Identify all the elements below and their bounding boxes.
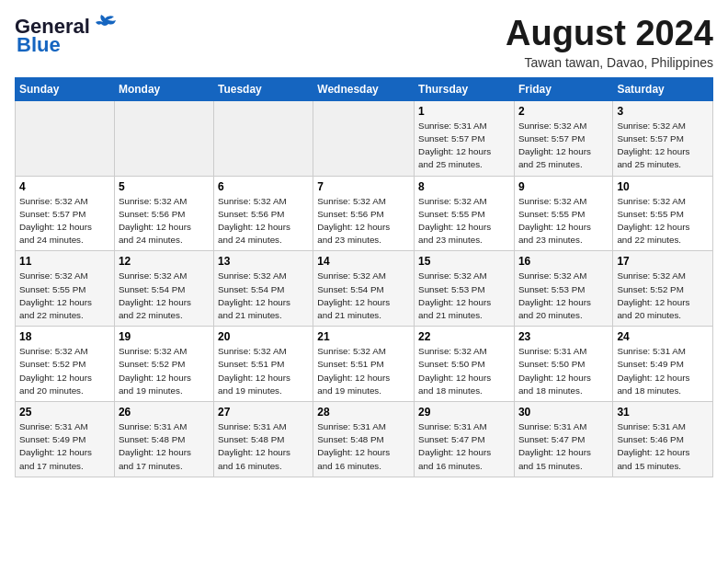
day-number: 3 xyxy=(617,105,709,118)
calendar-cell: 15Sunrise: 5:32 AM Sunset: 5:53 PM Dayli… xyxy=(415,251,515,327)
location-subtitle: Tawan tawan, Davao, Philippines xyxy=(506,55,713,70)
day-info: Sunrise: 5:32 AM Sunset: 5:55 PM Dayligh… xyxy=(19,270,110,322)
day-number: 2 xyxy=(518,105,609,118)
calendar-cell: 31Sunrise: 5:31 AM Sunset: 5:46 PM Dayli… xyxy=(613,402,713,477)
day-info: Sunrise: 5:31 AM Sunset: 5:46 PM Dayligh… xyxy=(617,420,709,473)
day-number: 10 xyxy=(617,180,709,193)
day-number: 31 xyxy=(617,406,709,419)
calendar-cell: 5Sunrise: 5:32 AM Sunset: 5:56 PM Daylig… xyxy=(114,176,213,251)
day-number: 23 xyxy=(518,330,609,343)
weekday-header-monday: Monday xyxy=(114,77,213,100)
day-info: Sunrise: 5:32 AM Sunset: 5:51 PM Dayligh… xyxy=(218,345,309,397)
day-info: Sunrise: 5:32 AM Sunset: 5:53 PM Dayligh… xyxy=(518,270,609,322)
day-number: 28 xyxy=(317,406,410,419)
day-info: Sunrise: 5:32 AM Sunset: 5:56 PM Dayligh… xyxy=(317,195,410,247)
day-info: Sunrise: 5:32 AM Sunset: 5:53 PM Dayligh… xyxy=(418,270,510,322)
day-info: Sunrise: 5:32 AM Sunset: 5:52 PM Dayligh… xyxy=(617,270,709,322)
day-number: 21 xyxy=(317,330,410,343)
weekday-header-sunday: Sunday xyxy=(16,77,115,100)
day-info: Sunrise: 5:32 AM Sunset: 5:52 PM Dayligh… xyxy=(19,345,110,397)
weekday-header-tuesday: Tuesday xyxy=(213,77,313,100)
weekday-header-wednesday: Wednesday xyxy=(313,77,415,100)
calendar-week-row: 25Sunrise: 5:31 AM Sunset: 5:49 PM Dayli… xyxy=(16,402,713,477)
day-info: Sunrise: 5:31 AM Sunset: 5:47 PM Dayligh… xyxy=(518,420,609,473)
day-info: Sunrise: 5:32 AM Sunset: 5:51 PM Dayligh… xyxy=(317,345,410,397)
page-header: General Blue August 2024 Tawan tawan, Da… xyxy=(15,15,713,70)
day-number: 25 xyxy=(19,406,110,419)
calendar-cell xyxy=(313,100,415,176)
calendar-cell: 10Sunrise: 5:32 AM Sunset: 5:55 PM Dayli… xyxy=(613,176,713,251)
day-info: Sunrise: 5:32 AM Sunset: 5:54 PM Dayligh… xyxy=(218,270,309,322)
calendar-table: SundayMondayTuesdayWednesdayThursdayFrid… xyxy=(15,77,713,477)
calendar-cell: 23Sunrise: 5:31 AM Sunset: 5:50 PM Dayli… xyxy=(514,327,612,402)
day-info: Sunrise: 5:32 AM Sunset: 5:55 PM Dayligh… xyxy=(518,195,609,247)
logo-blue: Blue xyxy=(17,33,61,57)
calendar-week-row: 11Sunrise: 5:32 AM Sunset: 5:55 PM Dayli… xyxy=(16,251,713,327)
day-number: 7 xyxy=(317,180,410,193)
weekday-header-friday: Friday xyxy=(514,77,612,100)
calendar-cell: 9Sunrise: 5:32 AM Sunset: 5:55 PM Daylig… xyxy=(514,176,612,251)
calendar-week-row: 1Sunrise: 5:31 AM Sunset: 5:57 PM Daylig… xyxy=(16,100,713,176)
calendar-cell: 25Sunrise: 5:31 AM Sunset: 5:49 PM Dayli… xyxy=(16,402,115,477)
day-info: Sunrise: 5:32 AM Sunset: 5:54 PM Dayligh… xyxy=(119,270,210,322)
day-info: Sunrise: 5:32 AM Sunset: 5:57 PM Dayligh… xyxy=(518,120,609,172)
calendar-cell: 4Sunrise: 5:32 AM Sunset: 5:57 PM Daylig… xyxy=(16,176,115,251)
day-number: 18 xyxy=(19,330,110,343)
day-info: Sunrise: 5:31 AM Sunset: 5:49 PM Dayligh… xyxy=(19,420,110,473)
weekday-header-row: SundayMondayTuesdayWednesdayThursdayFrid… xyxy=(16,77,713,100)
calendar-cell: 18Sunrise: 5:32 AM Sunset: 5:52 PM Dayli… xyxy=(16,327,115,402)
day-info: Sunrise: 5:31 AM Sunset: 5:48 PM Dayligh… xyxy=(317,420,410,473)
calendar-cell xyxy=(114,100,213,176)
day-number: 13 xyxy=(218,255,309,268)
day-info: Sunrise: 5:31 AM Sunset: 5:48 PM Dayligh… xyxy=(119,420,210,473)
day-info: Sunrise: 5:32 AM Sunset: 5:56 PM Dayligh… xyxy=(218,195,309,247)
weekday-header-thursday: Thursday xyxy=(415,77,515,100)
calendar-cell: 13Sunrise: 5:32 AM Sunset: 5:54 PM Dayli… xyxy=(213,251,313,327)
day-info: Sunrise: 5:31 AM Sunset: 5:57 PM Dayligh… xyxy=(418,120,510,172)
day-info: Sunrise: 5:32 AM Sunset: 5:52 PM Dayligh… xyxy=(119,345,210,397)
calendar-cell: 11Sunrise: 5:32 AM Sunset: 5:55 PM Dayli… xyxy=(16,251,115,327)
calendar-cell: 2Sunrise: 5:32 AM Sunset: 5:57 PM Daylig… xyxy=(514,100,612,176)
calendar-cell: 7Sunrise: 5:32 AM Sunset: 5:56 PM Daylig… xyxy=(313,176,415,251)
logo-bird-icon xyxy=(92,15,118,35)
calendar-cell xyxy=(213,100,313,176)
day-info: Sunrise: 5:32 AM Sunset: 5:54 PM Dayligh… xyxy=(317,270,410,322)
calendar-cell: 20Sunrise: 5:32 AM Sunset: 5:51 PM Dayli… xyxy=(213,327,313,402)
calendar-cell: 27Sunrise: 5:31 AM Sunset: 5:48 PM Dayli… xyxy=(213,402,313,477)
day-number: 29 xyxy=(418,406,510,419)
calendar-cell: 16Sunrise: 5:32 AM Sunset: 5:53 PM Dayli… xyxy=(514,251,612,327)
day-number: 17 xyxy=(617,255,709,268)
day-number: 26 xyxy=(119,406,210,419)
calendar-week-row: 4Sunrise: 5:32 AM Sunset: 5:57 PM Daylig… xyxy=(16,176,713,251)
calendar-cell: 21Sunrise: 5:32 AM Sunset: 5:51 PM Dayli… xyxy=(313,327,415,402)
calendar-cell: 12Sunrise: 5:32 AM Sunset: 5:54 PM Dayli… xyxy=(114,251,213,327)
day-number: 14 xyxy=(317,255,410,268)
day-info: Sunrise: 5:32 AM Sunset: 5:50 PM Dayligh… xyxy=(418,345,510,397)
day-number: 27 xyxy=(218,406,309,419)
day-number: 8 xyxy=(418,180,510,193)
day-number: 24 xyxy=(617,330,709,343)
day-number: 20 xyxy=(218,330,309,343)
day-number: 30 xyxy=(518,406,609,419)
day-number: 12 xyxy=(119,255,210,268)
calendar-cell: 8Sunrise: 5:32 AM Sunset: 5:55 PM Daylig… xyxy=(415,176,515,251)
day-number: 9 xyxy=(518,180,609,193)
day-number: 16 xyxy=(518,255,609,268)
calendar-cell: 17Sunrise: 5:32 AM Sunset: 5:52 PM Dayli… xyxy=(613,251,713,327)
day-info: Sunrise: 5:31 AM Sunset: 5:50 PM Dayligh… xyxy=(518,345,609,397)
title-area: August 2024 Tawan tawan, Davao, Philippi… xyxy=(506,15,713,70)
calendar-week-row: 18Sunrise: 5:32 AM Sunset: 5:52 PM Dayli… xyxy=(16,327,713,402)
day-number: 6 xyxy=(218,180,309,193)
day-number: 11 xyxy=(19,255,110,268)
logo: General Blue xyxy=(15,15,118,57)
calendar-cell: 19Sunrise: 5:32 AM Sunset: 5:52 PM Dayli… xyxy=(114,327,213,402)
day-number: 5 xyxy=(119,180,210,193)
day-number: 1 xyxy=(418,105,510,118)
day-info: Sunrise: 5:32 AM Sunset: 5:57 PM Dayligh… xyxy=(617,120,709,172)
day-info: Sunrise: 5:31 AM Sunset: 5:48 PM Dayligh… xyxy=(218,420,309,473)
day-number: 15 xyxy=(418,255,510,268)
day-info: Sunrise: 5:31 AM Sunset: 5:49 PM Dayligh… xyxy=(617,345,709,397)
calendar-cell: 29Sunrise: 5:31 AM Sunset: 5:47 PM Dayli… xyxy=(415,402,515,477)
calendar-cell: 3Sunrise: 5:32 AM Sunset: 5:57 PM Daylig… xyxy=(613,100,713,176)
calendar-cell: 26Sunrise: 5:31 AM Sunset: 5:48 PM Dayli… xyxy=(114,402,213,477)
